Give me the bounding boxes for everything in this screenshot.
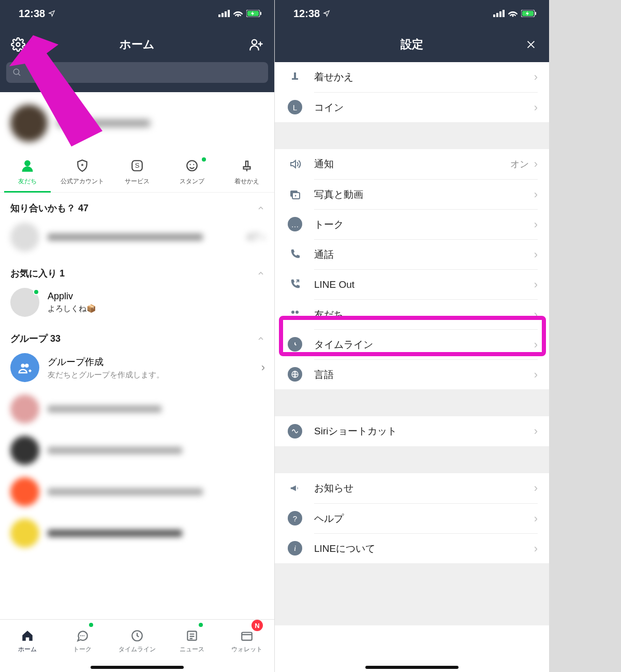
section-groups-header[interactable]: グループ 33 (0, 323, 274, 347)
settings-screen: 12:38 設定 (275, 0, 549, 672)
home-tabs: 友だち 公式アカウント S サービス スタンプ 着せかえ (0, 152, 274, 193)
help-icon: ? (287, 510, 303, 526)
group-create-title: グループ作成 (48, 356, 164, 368)
settings-row-call[interactable]: 通話 › (275, 239, 549, 269)
settings-row-about[interactable]: i LINEについて › (275, 533, 549, 563)
settings-value: オン (510, 158, 529, 170)
settings-label: タイムライン (314, 338, 373, 352)
svg-point-18 (80, 635, 81, 636)
svg-rect-30 (535, 12, 536, 15)
settings-list[interactable]: 着せかえ › L コイン › 通知 オ (275, 62, 549, 625)
group-row[interactable] (0, 388, 274, 430)
group-row[interactable] (0, 471, 274, 513)
tab-friends[interactable]: 友だち (0, 155, 55, 192)
status-bar: 12:38 (275, 0, 549, 27)
nav-row: 設定 (275, 27, 549, 62)
group-row[interactable] (0, 513, 274, 554)
settings-row-timeline[interactable]: タイムライン › (275, 329, 549, 359)
wallet-icon (240, 629, 254, 643)
my-profile-row[interactable] (0, 92, 274, 152)
settings-label: ヘルプ (314, 512, 344, 525)
settings-row-lineout[interactable]: LINE Out › (275, 269, 549, 299)
settings-gear-icon[interactable] (10, 37, 26, 52)
megaphone-icon (287, 480, 303, 496)
nav-row: ホーム (0, 27, 274, 62)
settings-row-language[interactable]: 言語 › (275, 359, 549, 389)
notification-dot-icon (89, 623, 93, 627)
photo-video-icon (287, 186, 303, 202)
wifi-icon (233, 10, 243, 17)
tab-label: 友だち (18, 177, 37, 186)
settings-label: 友だち (314, 308, 344, 322)
group-row[interactable] (0, 430, 274, 471)
status-bar: 12:38 (0, 0, 274, 27)
add-friend-icon[interactable] (248, 37, 264, 52)
tab-service[interactable]: S サービス (110, 155, 165, 192)
settings-row-photovideo[interactable]: 写真と動画 › (275, 179, 549, 209)
search-input[interactable] (6, 62, 268, 83)
tab-stamp[interactable]: スタンプ (165, 155, 219, 192)
avatar (10, 436, 39, 465)
settings-label: LINEについて (314, 542, 375, 556)
chevron-right-icon: › (261, 230, 265, 244)
home-indicator[interactable] (91, 666, 184, 669)
settings-label: トーク (314, 218, 344, 231)
settings-row-coin[interactable]: L コイン › (275, 92, 549, 122)
settings-label: 通知 (314, 157, 334, 171)
settings-label: 着せかえ (314, 70, 353, 84)
bottom-tab-label: ニュース (180, 645, 204, 654)
bottom-tab-news[interactable]: ニュース (165, 620, 219, 663)
favorite-row[interactable]: Appliv よろしくね📦 (0, 282, 274, 323)
chevron-right-icon: › (534, 70, 538, 84)
online-dot-icon (33, 289, 39, 295)
svg-point-20 (83, 635, 84, 636)
chevron-up-icon (257, 334, 265, 343)
settings-row-announcement[interactable]: お知らせ › (275, 473, 549, 503)
page-title: ホーム (120, 37, 155, 52)
settings-row-talk[interactable]: … トーク › (275, 209, 549, 239)
people-icon (287, 306, 303, 322)
globe-icon (287, 367, 303, 382)
svg-rect-0 (218, 14, 220, 17)
settings-row-notification[interactable]: 通知 オン › (275, 149, 549, 179)
home-indicator[interactable] (365, 666, 459, 669)
svg-point-10 (24, 160, 31, 167)
page-title: 設定 (401, 37, 423, 52)
tab-theme[interactable]: 着せかえ (219, 155, 274, 192)
settings-row-help[interactable]: ? ヘルプ › (275, 503, 549, 533)
settings-label: 通話 (314, 248, 334, 261)
svg-rect-6 (260, 12, 261, 15)
section-favorites-header[interactable]: お気に入り 1 (0, 258, 274, 282)
section-suggestions-header[interactable]: 知り合いかも？ 47 (0, 193, 274, 216)
group-create-row[interactable]: グループ作成 友だちとグループを作成します。 › (0, 347, 274, 388)
badge: N (252, 620, 263, 631)
friend-name: Appliv (48, 291, 96, 302)
brush-icon (287, 69, 303, 85)
settings-row-friends[interactable]: 友だち › (275, 299, 549, 329)
svg-point-15 (193, 164, 194, 165)
tab-official[interactable]: 公式アカウント (55, 155, 110, 192)
wifi-icon (508, 10, 518, 17)
chevron-right-icon: › (534, 512, 538, 525)
close-icon[interactable] (525, 39, 537, 50)
bottom-tab-label: タイムライン (119, 645, 156, 654)
brush-icon (240, 158, 254, 173)
bottom-tab-timeline[interactable]: タイムライン (110, 620, 165, 663)
location-services-icon (48, 10, 55, 17)
notification-dot-icon (199, 623, 203, 627)
settings-row-theme[interactable]: 着せかえ › (275, 62, 549, 92)
group-create-sub: 友だちとグループを作成します。 (48, 370, 164, 380)
svg-point-17 (25, 364, 29, 368)
suggestion-row[interactable]: 47 › (0, 216, 274, 258)
settings-header: 12:38 設定 (275, 0, 549, 62)
bottom-tab-wallet[interactable]: N ウォレット (219, 620, 274, 663)
cellular-signal-icon (493, 10, 505, 17)
avatar (10, 288, 39, 317)
friend-status: よろしくね📦 (48, 304, 96, 314)
clock-icon (287, 337, 303, 352)
bottom-tab-home[interactable]: ホーム (0, 620, 55, 663)
svg-text:S: S (135, 162, 140, 169)
settings-row-siri[interactable]: Siriショートカット › (275, 416, 549, 446)
settings-label: 写真と動画 (314, 188, 363, 201)
bottom-tab-talk[interactable]: トーク (55, 620, 110, 663)
